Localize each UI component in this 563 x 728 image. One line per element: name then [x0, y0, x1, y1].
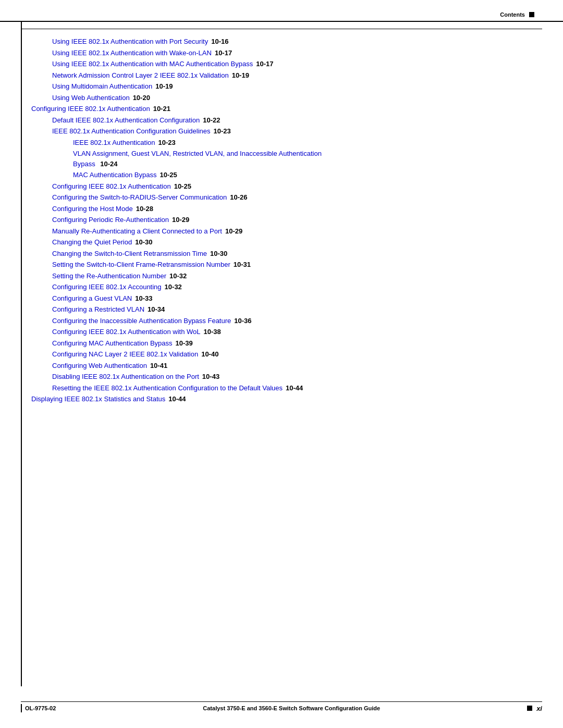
- toc-link-21[interactable]: Setting the Re-Authentication Number: [52, 271, 166, 281]
- toc-link-26[interactable]: Configuring IEEE 802.1x Authentication w…: [52, 327, 201, 337]
- toc-page-20: 10-31: [234, 260, 251, 270]
- toc-page-32: 10-44: [168, 394, 186, 404]
- toc-page-2: 10-17: [215, 48, 232, 58]
- toc-link-25[interactable]: Configuring the Inaccessible Authenticat…: [52, 316, 231, 326]
- toc-link-12[interactable]: MAC Authentication Bypass: [73, 170, 156, 180]
- toc-page-18: 10-30: [135, 237, 152, 248]
- toc-page-16: 10-29: [172, 215, 189, 225]
- toc-link-15[interactable]: Configuring the Host Mode: [52, 204, 133, 214]
- toc-page-29: 10-41: [150, 361, 167, 371]
- toc-entry-19: Changing the Switch-to-Client Retransmis…: [52, 249, 532, 259]
- page-footer: OL-9775-02 Catalyst 3750-E and 3560-E Sw…: [0, 704, 563, 712]
- toc-page-4: 10-19: [232, 70, 249, 81]
- toc-link-14[interactable]: Configuring the Switch-to-RADIUS-Server …: [52, 192, 227, 203]
- toc-entry-5: Using Multidomain Authentication 10-19: [52, 81, 532, 92]
- toc-page-14: 10-26: [230, 192, 247, 203]
- top-border: [0, 21, 563, 22]
- toc-entry-8: Default IEEE 802.1x Authentication Confi…: [52, 115, 532, 126]
- toc-link-7[interactable]: Configuring IEEE 802.1x Authentication: [31, 104, 150, 114]
- toc-page-26: 10-38: [204, 327, 221, 337]
- toc-entry-18: Changing the Quiet Period 10-30: [52, 237, 532, 248]
- toc-link-19[interactable]: Changing the Switch-to-Client Retransmis…: [52, 249, 207, 259]
- left-vertical-bar: [21, 21, 22, 686]
- footer-left: OL-9775-02: [21, 704, 56, 712]
- toc-entry-24: Configuring a Restricted VLAN 10-34: [52, 304, 532, 315]
- toc-entry-13: Configuring IEEE 802.1x Authentication 1…: [52, 181, 532, 192]
- toc-page-31: 10-44: [286, 383, 303, 393]
- toc-entry-22: Configuring IEEE 802.1x Accounting 10-32: [52, 282, 532, 292]
- top-border-thin: [21, 29, 542, 29]
- toc-link-5[interactable]: Using Multidomain Authentication: [52, 81, 152, 92]
- toc-page-12: 10-25: [160, 170, 177, 180]
- toc-entry-29: Configuring Web Authentication 10-41: [52, 361, 532, 371]
- toc-page-11: 10-24: [100, 160, 117, 168]
- header-label: Contents: [500, 11, 525, 18]
- toc-page-25: 10-36: [234, 316, 251, 326]
- toc-page-1: 10-16: [211, 36, 228, 47]
- toc-entry-23: Configuring a Guest VLAN 10-33: [52, 293, 532, 304]
- toc-entry-11: VLAN Assignment, Guest VLAN, Restricted …: [73, 149, 532, 169]
- footer-center: Catalyst 3750-E and 3560-E Switch Softwa…: [203, 705, 380, 711]
- footer-left-bar-icon: [21, 704, 22, 712]
- footer-right: xi: [527, 705, 542, 712]
- toc-entry-14: Configuring the Switch-to-RADIUS-Server …: [52, 192, 532, 203]
- toc-link-3[interactable]: Using IEEE 802.1x Authentication with MA…: [52, 59, 253, 69]
- toc-link-18[interactable]: Changing the Quiet Period: [52, 237, 132, 248]
- toc-entry-9: IEEE 802.1x Authentication Configuration…: [52, 126, 532, 137]
- toc-entry-3: Using IEEE 802.1x Authentication with MA…: [52, 59, 532, 69]
- toc-link-22[interactable]: Configuring IEEE 802.1x Accounting: [52, 282, 162, 292]
- toc-link-32[interactable]: Displaying IEEE 802.1x Statistics and St…: [31, 394, 165, 404]
- toc-link-4[interactable]: Network Admission Control Layer 2 IEEE 8…: [52, 70, 229, 81]
- toc-link-10[interactable]: IEEE 802.1x Authentication: [73, 138, 155, 148]
- toc-page-21: 10-32: [169, 271, 187, 281]
- toc-link-2[interactable]: Using IEEE 802.1x Authentication with Wa…: [52, 48, 212, 58]
- toc-link-13[interactable]: Configuring IEEE 802.1x Authentication: [52, 181, 171, 192]
- toc-link-28[interactable]: Configuring NAC Layer 2 IEEE 802.1x Vali…: [52, 349, 198, 360]
- toc-entry-31: Resetting the IEEE 802.1x Authentication…: [52, 383, 532, 393]
- toc-page-27: 10-39: [176, 338, 193, 349]
- footer-document-title: Catalyst 3750-E and 3560-E Switch Softwa…: [203, 705, 380, 711]
- toc-page-10: 10-23: [158, 138, 176, 148]
- toc-link-17[interactable]: Manually Re-Authenticating a Client Conn…: [52, 226, 222, 237]
- toc-page-24: 10-34: [148, 304, 165, 315]
- toc-entry-2: Using IEEE 802.1x Authentication with Wa…: [52, 48, 532, 58]
- header-square-icon: [529, 12, 534, 17]
- page-header: Contents: [500, 11, 534, 18]
- toc-entry-17: Manually Re-Authenticating a Client Conn…: [52, 226, 532, 237]
- toc-link-1[interactable]: Using IEEE 802.1x Authentication with Po…: [52, 36, 208, 47]
- toc-entry-32: Displaying IEEE 802.1x Statistics and St…: [31, 394, 532, 404]
- toc-page-17: 10-29: [225, 226, 242, 237]
- toc-page-13: 10-25: [174, 181, 191, 192]
- toc-entry-25: Configuring the Inaccessible Authenticat…: [52, 316, 532, 326]
- toc-entry-20: Setting the Switch-to-Client Frame-Retra…: [52, 260, 532, 270]
- toc-page-19: 10-30: [210, 249, 227, 259]
- toc-entry-6: Using Web Authentication 10-20: [52, 93, 532, 103]
- toc-link-23[interactable]: Configuring a Guest VLAN: [52, 293, 132, 304]
- toc-link-24[interactable]: Configuring a Restricted VLAN: [52, 304, 144, 315]
- toc-entry-28: Configuring NAC Layer 2 IEEE 802.1x Vali…: [52, 349, 532, 360]
- toc-link-6[interactable]: Using Web Authentication: [52, 93, 130, 103]
- toc-entry-4: Network Admission Control Layer 2 IEEE 8…: [52, 70, 532, 81]
- footer-right-square-icon: [527, 706, 532, 711]
- toc-link-27[interactable]: Configuring MAC Authentication Bypass: [52, 338, 173, 349]
- toc-link-9[interactable]: IEEE 802.1x Authentication Configuration…: [52, 126, 211, 137]
- toc-link-8[interactable]: Default IEEE 802.1x Authentication Confi…: [52, 115, 200, 126]
- toc-page-8: 10-22: [203, 115, 220, 126]
- toc-page-6: 10-20: [133, 93, 150, 103]
- toc-page-9: 10-23: [214, 126, 231, 137]
- toc-entry-12: MAC Authentication Bypass 10-25: [73, 170, 532, 180]
- toc-link-29[interactable]: Configuring Web Authentication: [52, 361, 147, 371]
- toc-entry-27: Configuring MAC Authentication Bypass 10…: [52, 338, 532, 349]
- toc-entry-1: Using IEEE 802.1x Authentication with Po…: [52, 36, 532, 47]
- toc-page-7: 10-21: [153, 104, 170, 114]
- toc-page-5: 10-19: [155, 81, 173, 92]
- toc-link-30[interactable]: Disabling IEEE 802.1x Authentication on …: [52, 372, 199, 382]
- toc-link-16[interactable]: Configuring Periodic Re-Authentication: [52, 215, 169, 225]
- toc-entry-7: Configuring IEEE 802.1x Authentication 1…: [31, 104, 532, 114]
- toc-entry-15: Configuring the Host Mode 10-28: [52, 204, 532, 214]
- bottom-border: [21, 701, 542, 702]
- toc-page-22: 10-32: [165, 282, 182, 292]
- toc-link-31[interactable]: Resetting the IEEE 802.1x Authentication…: [52, 383, 283, 393]
- toc-link-20[interactable]: Setting the Switch-to-Client Frame-Retra…: [52, 260, 230, 270]
- toc-page-30: 10-43: [202, 372, 219, 382]
